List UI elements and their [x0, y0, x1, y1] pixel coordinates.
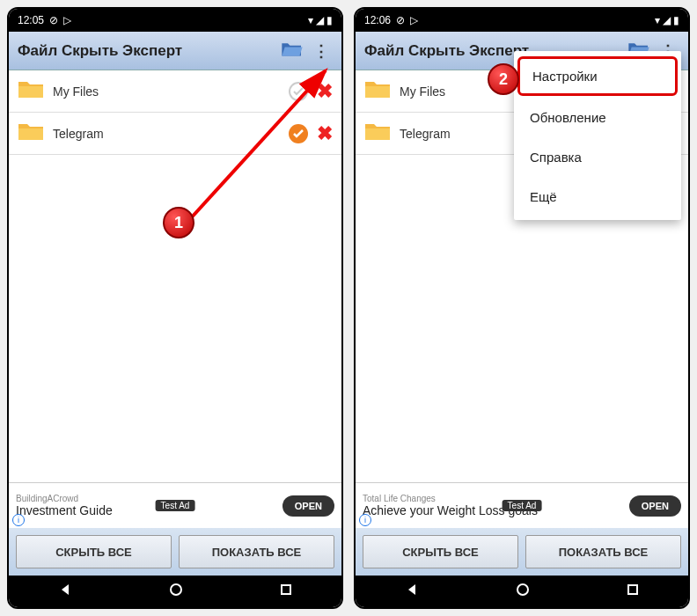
- folder-open-icon[interactable]: [280, 40, 304, 62]
- home-icon[interactable]: [170, 583, 182, 599]
- battery-icon: ▮: [326, 14, 333, 26]
- menu-item-settings[interactable]: Настройки: [517, 56, 678, 96]
- svg-point-5: [517, 584, 528, 595]
- list-item-label: Telegram: [400, 127, 451, 141]
- signal-icon: ◢: [663, 14, 671, 26]
- home-icon[interactable]: [517, 583, 529, 599]
- ad-banner[interactable]: i Total Life Changes Achieve your Weight…: [356, 482, 688, 528]
- menu-item-help[interactable]: Справка: [514, 137, 681, 177]
- list-item[interactable]: My Files ✖: [9, 70, 341, 113]
- list-item-label: Telegram: [53, 127, 104, 141]
- battery-icon: ▮: [673, 14, 679, 26]
- android-navbar: [9, 576, 341, 607]
- file-list: My Files ✖ Telegram ✖: [9, 70, 341, 482]
- phone-left: 12:05 ⊘ ▷ ▾ ◢ ▮ Файл Скрыть Эксперт ⋮ My…: [7, 7, 343, 609]
- folder-icon: [364, 79, 391, 104]
- app-title: Файл Скрыть Эксперт: [364, 42, 529, 60]
- ad-tag: Test Ad: [156, 500, 195, 511]
- folder-icon: [18, 79, 44, 104]
- hide-all-button[interactable]: СКРЫТЬ ВСЕ: [16, 535, 172, 568]
- ad-info-icon[interactable]: i: [12, 514, 25, 526]
- delete-icon[interactable]: ✖: [317, 80, 333, 103]
- menu-item-more[interactable]: Ещё: [514, 177, 681, 216]
- status-time: 12:05: [18, 14, 44, 26]
- folder-icon: [364, 121, 391, 146]
- back-icon[interactable]: [58, 583, 72, 600]
- wifi-icon: ▾: [655, 14, 660, 26]
- svg-point-2: [171, 584, 181, 595]
- ad-banner[interactable]: i BuildingACrowd Investment Guide Test A…: [9, 482, 341, 528]
- back-icon[interactable]: [405, 583, 419, 600]
- bottom-button-bar: СКРЫТЬ ВСЕ ПОКАЗАТЬ ВСЕ: [9, 528, 341, 576]
- list-item-label: My Files: [53, 84, 99, 99]
- folder-icon: [18, 121, 44, 146]
- vertical-dots-icon[interactable]: ⋮: [310, 41, 333, 61]
- annotation-step-1: 1: [163, 207, 194, 238]
- no-sim-icon: ⊘: [49, 14, 58, 26]
- status-bar: 12:06 ⊘ ▷ ▾ ◢ ▮: [356, 9, 688, 32]
- status-time: 12:06: [364, 14, 391, 26]
- ad-tag: Test Ad: [503, 500, 542, 511]
- signal-icon: ◢: [316, 14, 324, 26]
- status-bar: 12:05 ⊘ ▷ ▾ ◢ ▮: [9, 9, 341, 32]
- ad-advertiser: BuildingACrowd: [16, 494, 113, 503]
- svg-rect-3: [282, 585, 290, 594]
- ad-headline: Investment Guide: [16, 503, 113, 517]
- ad-open-button[interactable]: OPEN: [629, 495, 681, 517]
- hide-all-button[interactable]: СКРЫТЬ ВСЕ: [363, 535, 518, 568]
- checked-icon[interactable]: [289, 124, 308, 143]
- svg-rect-6: [628, 585, 637, 594]
- android-navbar: [356, 576, 688, 607]
- phone-right: 12:06 ⊘ ▷ ▾ ◢ ▮ Файл Скрыть Эксперт ⋮ My…: [354, 7, 690, 609]
- menu-item-update[interactable]: Обновление: [514, 98, 681, 137]
- list-item[interactable]: Telegram ✖: [9, 113, 341, 155]
- app-title: Файл Скрыть Эксперт: [18, 42, 182, 60]
- recent-icon[interactable]: [280, 583, 292, 599]
- ad-open-button[interactable]: OPEN: [282, 495, 334, 517]
- annotation-step-2: 2: [488, 63, 519, 95]
- list-item-label: My Files: [400, 84, 445, 99]
- no-sim-icon: ⊘: [396, 14, 405, 26]
- play-icon: ▷: [410, 14, 418, 26]
- recent-icon[interactable]: [627, 583, 639, 599]
- unchecked-icon[interactable]: [289, 82, 308, 101]
- bottom-button-bar: СКРЫТЬ ВСЕ ПОКАЗАТЬ ВСЕ: [356, 528, 688, 576]
- show-all-button[interactable]: ПОКАЗАТЬ ВСЕ: [179, 535, 334, 568]
- ad-info-icon[interactable]: i: [359, 514, 371, 526]
- show-all-button[interactable]: ПОКАЗАТЬ ВСЕ: [525, 535, 681, 568]
- wifi-icon: ▾: [308, 14, 313, 26]
- overflow-menu: Настройки Обновление Справка Ещё: [514, 51, 681, 220]
- app-bar: Файл Скрыть Эксперт ⋮: [9, 32, 341, 70]
- play-icon: ▷: [63, 14, 71, 26]
- delete-icon[interactable]: ✖: [317, 122, 333, 145]
